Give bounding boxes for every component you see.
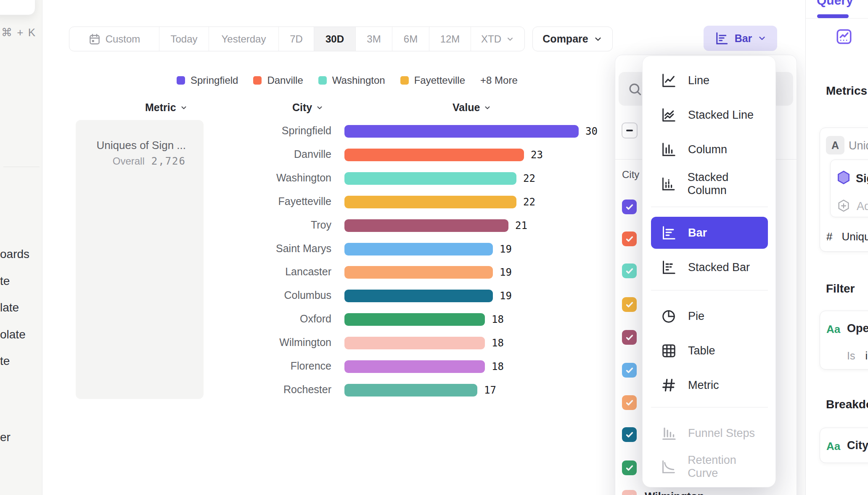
date-range-yesterday[interactable]: Yesterday (209, 27, 279, 51)
bar-troy[interactable] (344, 219, 508, 232)
sidebar-item-boards[interactable]: oards (0, 248, 29, 261)
menu-item-column[interactable]: Column (651, 133, 768, 165)
query-sidebar: Query Metrics A Uniq Sig Ad # Uniqu Filt… (805, 0, 868, 495)
check-icon (625, 266, 635, 276)
bar-columbus[interactable] (344, 290, 493, 302)
pie-chart-icon (660, 308, 677, 325)
bar-value-label: 18 (492, 361, 504, 373)
check-icon (625, 398, 635, 408)
filter-card[interactable]: Aa Ope Is i (820, 311, 868, 370)
bar-florence[interactable] (344, 360, 485, 373)
breakdown-card[interactable]: Aa City (820, 428, 868, 463)
menu-item-metric[interactable]: Metric (651, 369, 768, 401)
bar-danville[interactable] (344, 149, 524, 161)
bar-oxford[interactable] (344, 313, 485, 326)
date-range-custom[interactable]: Custom (69, 27, 159, 51)
bar-category-label: Florence (202, 360, 331, 372)
menu-item-line[interactable]: Line (651, 64, 768, 96)
city-checkbox-wilmington[interactable] (622, 490, 637, 495)
check-icon (625, 300, 635, 310)
menu-item-stacked-column[interactable]: Stacked Column (651, 168, 768, 200)
date-range-3m[interactable]: 3M (356, 27, 392, 51)
app: ⌘ + K oards te late olate te er Custom T… (0, 0, 868, 495)
menu-item-bar[interactable]: Bar (651, 217, 768, 249)
sidebar-item-3[interactable]: olate (0, 328, 26, 341)
city-checkbox-springfield[interactable] (622, 200, 637, 214)
city-row-label[interactable]: Wilmington (645, 490, 704, 495)
city-checkbox-danville[interactable] (622, 232, 637, 246)
stacked-column-chart-icon (660, 176, 677, 192)
insights-chart-icon[interactable] (835, 28, 853, 45)
city-checkbox-saint-marys[interactable] (622, 363, 637, 378)
search-card[interactable] (0, 0, 35, 15)
chart-type-menu: Line Stacked Line Column Stacked Column … (642, 56, 776, 487)
check-icon (625, 492, 635, 495)
bar-springfield[interactable] (344, 125, 579, 138)
legend-swatch (400, 76, 409, 85)
city-checkbox-fayetteville[interactable] (622, 297, 637, 312)
counting-method-row[interactable]: # Uniqu (826, 230, 868, 243)
date-range-today[interactable]: Today (159, 27, 209, 51)
metric-summary-card[interactable]: Uniques of Sign ... Overall 2,726 (76, 120, 204, 399)
bar-lancaster[interactable] (344, 266, 493, 279)
legend-item[interactable]: Fayetteville (400, 75, 465, 86)
city-checkbox-troy[interactable] (622, 330, 637, 345)
city-checkbox-oxford[interactable] (622, 460, 637, 475)
bar-value-label: 19 (500, 243, 512, 255)
legend-item[interactable]: Washington (318, 75, 385, 86)
date-range-7d[interactable]: 7D (279, 27, 314, 51)
filter-operator-row[interactable]: Is i (847, 350, 868, 362)
string-property-icon: Aa (826, 323, 840, 336)
menu-item-pie[interactable]: Pie (651, 300, 768, 332)
check-icon (625, 234, 635, 244)
bar-category-label: Rochester (202, 383, 331, 396)
legend-item[interactable]: Danville (253, 75, 303, 86)
breakdown-header: Breakdo (826, 398, 868, 411)
sidebar-item-5[interactable]: er (0, 431, 11, 444)
add-event-icon[interactable] (836, 198, 851, 214)
date-range-xtd[interactable]: XTD (471, 27, 524, 51)
bar-rochester[interactable] (344, 384, 477, 397)
bar-saint-marys[interactable] (344, 243, 493, 255)
tab-active-underline (817, 14, 849, 18)
legend-more[interactable]: +8 More (480, 75, 518, 86)
tab-query[interactable]: Query (817, 0, 853, 8)
chart-type-button[interactable]: Bar (704, 26, 777, 51)
column-header-city[interactable]: City (292, 101, 323, 114)
date-range-6m[interactable]: 6M (392, 27, 429, 51)
metric-overall-value: 2,726 (151, 155, 186, 167)
column-header-metric[interactable]: Metric (145, 101, 188, 114)
menu-item-stacked-line[interactable]: Stacked Line (651, 99, 768, 131)
check-icon (625, 365, 635, 375)
bar-category-label: Wilmington (202, 336, 331, 349)
bar-value-label: 23 (531, 149, 543, 161)
metric-definition-card[interactable]: A Uniq Sig Ad # Uniqu (820, 128, 868, 252)
compare-button[interactable]: Compare (532, 27, 613, 51)
menu-item-stacked-bar[interactable]: Stacked Bar (651, 251, 768, 283)
bar-wilmington[interactable] (344, 337, 485, 349)
date-range-30d[interactable]: 30D (314, 27, 356, 51)
legend-swatch (177, 76, 185, 85)
metric-icon (660, 377, 677, 394)
stacked-bar-chart-icon (660, 259, 677, 276)
bar-fayetteville[interactable] (344, 196, 516, 208)
bar-value-label: 18 (492, 337, 504, 349)
bar-value-label: 19 (500, 290, 512, 302)
sidebar-item-4[interactable]: te (0, 354, 10, 368)
menu-item-table[interactable]: Table (651, 335, 768, 367)
sidebar-item-2[interactable]: late (0, 301, 19, 314)
sidebar-item-1[interactable]: te (0, 274, 10, 288)
breakdown-property-name: City (847, 439, 868, 452)
column-header-value[interactable]: Value (453, 101, 491, 114)
bar-category-label: Oxford (202, 313, 331, 325)
select-all-checkbox[interactable] (622, 122, 638, 138)
city-checkbox-columbus[interactable] (622, 427, 637, 442)
legend-item[interactable]: Springfield (177, 75, 238, 86)
city-checkbox-lancaster[interactable] (622, 395, 637, 410)
city-checkbox-washington[interactable] (622, 263, 637, 278)
add-event-label[interactable]: Ad (857, 200, 868, 213)
date-range-12m[interactable]: 12M (429, 27, 471, 51)
menu-divider (651, 290, 768, 290)
event-name[interactable]: Sig (856, 172, 868, 185)
bar-washington[interactable] (344, 172, 516, 185)
